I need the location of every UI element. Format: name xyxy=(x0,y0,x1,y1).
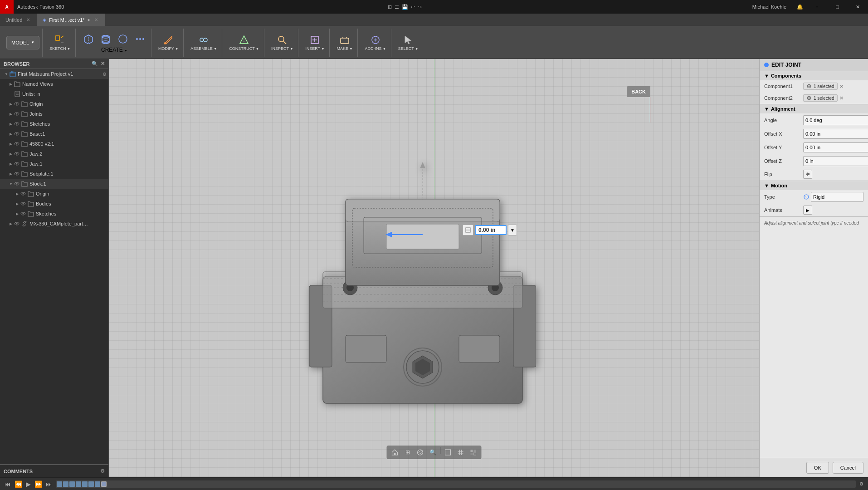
timeline-first-button[interactable]: ⏮ xyxy=(5,480,11,488)
undo-button[interactable]: ↩ xyxy=(411,4,415,10)
browser-item-jaw2[interactable]: ▶ Jaw:2 xyxy=(0,149,108,159)
timeline-play-button[interactable]: ▶ xyxy=(26,480,31,488)
save-button[interactable]: 💾 xyxy=(402,4,408,10)
jaw1-eye-icon[interactable] xyxy=(14,161,20,167)
cancel-button[interactable]: Cancel xyxy=(833,462,863,474)
browser-item-named-views[interactable]: ▶ Named Views xyxy=(0,79,108,89)
nav-display-mode-button[interactable] xyxy=(443,447,454,458)
motion-section-header[interactable]: ▼ Motion xyxy=(760,181,868,190)
inspect-button[interactable]: INSPECT ▼ xyxy=(269,33,295,52)
angle-input[interactable] xyxy=(803,115,868,125)
browser-search-icon[interactable]: 🔍 xyxy=(92,61,98,67)
browser-item-stock-origin[interactable]: ▶ Origin xyxy=(0,189,108,199)
browser-item-stock-bodies[interactable]: ▶ Bodies xyxy=(0,199,108,209)
create-sphere-button[interactable] xyxy=(115,32,131,46)
menu-icon[interactable]: ☰ xyxy=(395,4,399,10)
timeline-next-button[interactable]: ⏩ xyxy=(34,480,42,488)
browser-item-45800[interactable]: ▶ 45800 v2:1 xyxy=(0,139,108,149)
nav-orbit-button[interactable] xyxy=(415,447,426,458)
nav-grid-button[interactable] xyxy=(455,447,466,458)
sketch-button[interactable]: SKETCH ▼ xyxy=(47,33,73,52)
timeline-item[interactable] xyxy=(63,481,68,487)
modify-button[interactable]: MODIFY ▼ xyxy=(156,33,180,52)
timeline-prev-button[interactable]: ⏪ xyxy=(15,480,22,488)
dim-dropdown-arrow[interactable]: ▼ xyxy=(508,225,517,235)
browser-item-base[interactable]: ▶ Base:1 xyxy=(0,129,108,139)
alignment-section-header[interactable]: ▼ Alignment xyxy=(760,104,868,113)
component2-clear-button[interactable]: ✕ xyxy=(839,95,844,101)
stock-bodies-eye-icon[interactable] xyxy=(20,201,26,207)
insert-button[interactable]: INSERT ▼ xyxy=(303,33,327,52)
dim-unit-selector[interactable] xyxy=(463,225,473,235)
stock-origin-eye-icon[interactable] xyxy=(20,191,26,197)
browser-item-origin[interactable]: ▶ Origin xyxy=(0,99,108,109)
viewport[interactable]: BACK xyxy=(109,59,759,477)
browser-collapse-icon[interactable]: ✕ xyxy=(101,61,105,67)
tab-untitled[interactable]: Untitled ✕ xyxy=(0,14,37,26)
nav-appearance-button[interactable] xyxy=(468,447,479,458)
notifications-icon[interactable]: 🔔 xyxy=(793,4,807,10)
timeline-item[interactable] xyxy=(88,481,94,487)
create-more-button[interactable] xyxy=(132,32,148,46)
offsetz-input[interactable] xyxy=(803,156,868,166)
make-button[interactable]: MAKE ▼ xyxy=(334,33,355,52)
browser-item-joints[interactable]: ▶ Joints xyxy=(0,109,108,119)
tab-untitled-close[interactable]: ✕ xyxy=(25,17,31,22)
assemble-button[interactable]: ASSEMBLE ▼ xyxy=(188,33,219,52)
origin-eye-icon[interactable] xyxy=(14,101,20,107)
45800-eye-icon[interactable] xyxy=(14,141,20,147)
component1-clear-button[interactable]: ✕ xyxy=(839,83,844,89)
timeline-item[interactable] xyxy=(76,481,81,487)
browser-item-jaw1[interactable]: ▶ Jaw:1 xyxy=(0,159,108,169)
timeline-item[interactable] xyxy=(95,481,100,487)
model-button[interactable]: MODEL ▼ xyxy=(6,36,39,49)
grid-icon[interactable]: ⊞ xyxy=(388,4,392,10)
comments-settings-icon[interactable]: ⚙ xyxy=(100,468,105,474)
offsetx-input[interactable] xyxy=(803,129,868,139)
sketches-eye-icon[interactable] xyxy=(14,121,20,127)
joints-eye-icon[interactable] xyxy=(14,111,20,117)
back-button[interactable]: BACK xyxy=(627,86,650,97)
maximize-button[interactable]: □ xyxy=(827,0,848,14)
animate-play-button[interactable]: ▶ xyxy=(803,206,812,215)
stock-eye-icon[interactable] xyxy=(14,181,20,187)
browser-item-sketches[interactable]: ▶ Sketches xyxy=(0,119,108,129)
flip-button[interactable] xyxy=(803,170,812,179)
tab-first-matsuura[interactable]: ◈ First M…ect v1* ● ✕ xyxy=(37,14,105,26)
offsety-input[interactable] xyxy=(803,142,868,152)
select-button[interactable]: SELECT ▼ xyxy=(396,33,420,52)
browser-item-mx330[interactable]: ▶ MX-330_CAMplete_part… xyxy=(0,219,108,229)
components-section-header[interactable]: ▼ Components xyxy=(760,71,868,80)
browser-item-stock[interactable]: ▼ Stock:1 xyxy=(0,179,108,189)
project-settings-icon[interactable]: ⚙ xyxy=(102,72,107,77)
tab-first-matsuura-close[interactable]: ✕ xyxy=(93,17,99,22)
stock-sketches-eye-icon[interactable] xyxy=(20,211,26,217)
comments-bar[interactable]: COMMENTS ⚙ xyxy=(0,465,108,477)
nav-home-button[interactable] xyxy=(390,447,400,458)
timeline-last-button[interactable]: ⏭ xyxy=(46,480,52,488)
browser-project-root[interactable]: ▼ First Matsuura Project v1 ⚙ xyxy=(0,69,108,79)
timeline-item[interactable] xyxy=(82,481,88,487)
browser-item-subplate[interactable]: ▶ Subplate:1 xyxy=(0,169,108,179)
create-box-button[interactable] xyxy=(80,32,97,46)
mx330-eye-icon[interactable] xyxy=(14,220,20,227)
nav-zoom-button[interactable]: 🔍 xyxy=(428,447,439,458)
browser-item-stock-sketches[interactable]: ▶ Sketches xyxy=(0,209,108,219)
browser-item-units[interactable]: ▶ Units: in xyxy=(0,89,108,99)
redo-button[interactable]: ↪ xyxy=(418,4,422,10)
create-cylinder-button[interactable] xyxy=(98,32,114,46)
dimension-value-input[interactable]: 0.00 in xyxy=(475,225,507,235)
ok-button[interactable]: OK xyxy=(806,462,829,474)
close-button[interactable]: ✕ xyxy=(848,0,868,14)
timeline-current-item[interactable] xyxy=(101,481,107,487)
nav-fit-button[interactable]: ⊞ xyxy=(402,447,413,458)
minimize-button[interactable]: − xyxy=(807,0,827,14)
jaw2-eye-icon[interactable] xyxy=(14,151,20,157)
subplate-eye-icon[interactable] xyxy=(14,171,20,177)
timeline-settings-icon[interactable]: ⚙ xyxy=(859,481,863,486)
addins-button[interactable]: ADD-INS ▼ xyxy=(362,33,388,52)
timeline-bar[interactable] xyxy=(56,480,856,488)
base-eye-icon[interactable] xyxy=(14,131,20,137)
timeline-item[interactable] xyxy=(69,481,75,487)
construct-button[interactable]: CONSTRUCT ▼ xyxy=(227,33,261,52)
